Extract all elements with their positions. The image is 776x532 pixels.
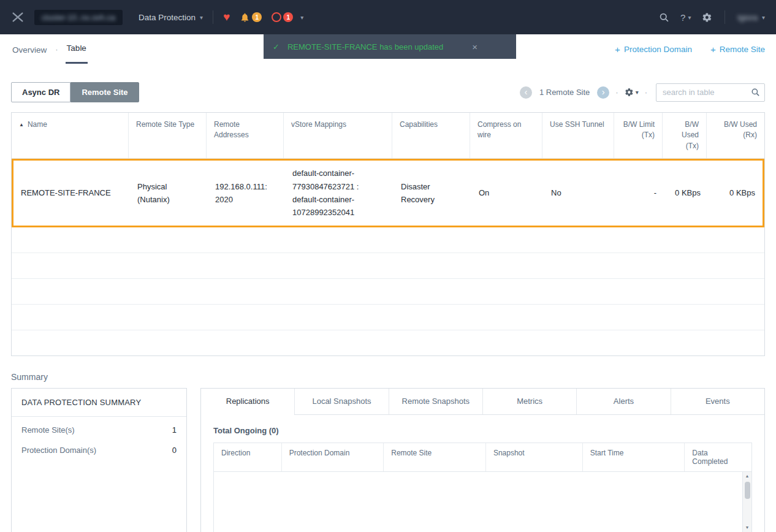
- cell-bw-limit-tx: -: [615, 180, 664, 205]
- cluster-name-label: cluster-10..nx.ovh.ca: [42, 13, 115, 22]
- empty-table-row: [12, 305, 764, 330]
- column-header-use-ssh-tunnel[interactable]: Use SSH Tunnel: [542, 113, 614, 158]
- tab-remote-snapshots[interactable]: Remote Snapshots: [389, 389, 482, 414]
- table-row-remote-site-france[interactable]: REMOTE-SITE-FRANCE Physical (Nutanix) 19…: [12, 159, 764, 227]
- column-label: B/W Limit (Tx): [622, 120, 655, 141]
- critical-alerts-button[interactable]: 1: [272, 12, 293, 22]
- search-icon[interactable]: [659, 12, 669, 23]
- data-protection-menu[interactable]: Data Protection ▾: [139, 13, 203, 22]
- tab-table[interactable]: Table: [66, 34, 88, 64]
- user-menu[interactable]: tgiora ▾: [737, 13, 765, 22]
- summary-value-protection-domains: 0: [172, 446, 177, 455]
- dot-separator: ·: [645, 88, 647, 97]
- table-search: [656, 83, 765, 102]
- column-header-bw-used-tx[interactable]: B/W Used (Tx): [662, 113, 706, 158]
- details-tabs: Replications Local Snapshots Remote Snap…: [201, 389, 764, 415]
- column-header-direction[interactable]: Direction: [214, 443, 281, 471]
- table-settings-menu[interactable]: ▾: [625, 88, 639, 97]
- ongoing-replications-table: Direction Protection Domain Remote Site …: [213, 443, 752, 532]
- settings-gear-icon[interactable]: [702, 12, 712, 23]
- close-icon[interactable]: ×: [472, 42, 477, 52]
- divider: [725, 10, 725, 24]
- critical-ring-icon: [272, 12, 281, 22]
- column-header-remote-site-type[interactable]: Remote Site Type: [128, 113, 206, 158]
- summary-section: DATA PROTECTION SUMMARY Remote Site(s) 1…: [11, 388, 765, 532]
- summary-label-remote-sites: Remote Site(s): [21, 425, 75, 435]
- empty-table-row: [12, 330, 764, 355]
- scrollbar-thumb[interactable]: [745, 482, 750, 499]
- next-page-button[interactable]: ›: [597, 86, 609, 99]
- vertical-scrollbar[interactable]: ▲ ▼: [742, 472, 751, 532]
- toast-message: REMOTE-SITE-FRANCE has been updated: [287, 42, 443, 51]
- ongoing-table-header: Direction Protection Domain Remote Site …: [214, 443, 751, 472]
- summary-label-protection-domains: Protection Domain(s): [21, 446, 96, 455]
- column-header-protection-domain[interactable]: Protection Domain: [281, 443, 384, 471]
- empty-table-row: [12, 227, 764, 253]
- table-search-input[interactable]: [656, 83, 765, 102]
- data-protection-label: Data Protection: [139, 13, 196, 22]
- column-header-start-time[interactable]: Start Time: [582, 443, 685, 471]
- chevron-down-icon: ▾: [762, 14, 765, 21]
- add-protection-domain-button[interactable]: + Protection Domain: [615, 44, 692, 55]
- remote-site-table: ▲ Name Remote Site Type Remote Addresses…: [11, 112, 765, 356]
- tab-alerts[interactable]: Alerts: [576, 389, 670, 414]
- cell-bw-used-tx: 0 KBps: [664, 180, 708, 205]
- top-nav-bar: cluster-10..nx.ovh.ca Data Protection ▾ …: [0, 0, 776, 34]
- column-header-name[interactable]: ▲ Name: [12, 113, 128, 158]
- column-label: Name: [28, 120, 47, 130]
- column-header-bw-limit-tx[interactable]: B/W Limit (Tx): [614, 113, 662, 158]
- divider: [213, 10, 213, 24]
- nutanix-logo[interactable]: [11, 10, 25, 24]
- cell-compress-on-wire: On: [471, 180, 544, 205]
- tab-overview[interactable]: Overview: [11, 34, 48, 64]
- plus-icon: +: [710, 44, 716, 55]
- column-label: B/W Used (Rx): [714, 120, 757, 141]
- replications-content: Total Ongoing (0) Direction Protection D…: [201, 415, 764, 532]
- gear-icon: [625, 88, 634, 97]
- tab-local-snapshots[interactable]: Local Snapshots: [294, 389, 388, 414]
- alerts-bell-button[interactable]: 1: [240, 12, 262, 23]
- column-header-vstore-mappings[interactable]: vStore Mappings: [283, 113, 392, 158]
- search-icon[interactable]: [751, 88, 760, 97]
- tab-replications[interactable]: Replications: [201, 389, 294, 414]
- scroll-up-button[interactable]: ▲: [743, 472, 751, 481]
- health-heart-icon[interactable]: ♥: [223, 10, 230, 24]
- column-label: B/W Used (Tx): [670, 120, 699, 151]
- summary-section-label: Summary: [11, 372, 765, 382]
- ongoing-table-body: ▲ ▼: [214, 472, 751, 532]
- details-panel: Replications Local Snapshots Remote Snap…: [200, 388, 765, 532]
- tab-metrics[interactable]: Metrics: [482, 389, 576, 414]
- table-header-row: ▲ Name Remote Site Type Remote Addresses…: [12, 113, 764, 159]
- sort-ascending-icon: ▲: [19, 121, 24, 129]
- notifications-chevron-icon[interactable]: ▾: [300, 14, 303, 21]
- add-remote-site-button[interactable]: + Remote Site: [710, 44, 765, 55]
- column-header-remote-addresses[interactable]: Remote Addresses: [206, 113, 283, 158]
- chevron-down-icon: ▾: [688, 14, 691, 21]
- summary-value-remote-sites: 1: [172, 425, 177, 435]
- column-header-bw-used-rx[interactable]: B/W Used (Rx): [706, 113, 764, 158]
- remote-site-button[interactable]: Remote Site: [70, 82, 139, 102]
- column-label: Use SSH Tunnel: [550, 120, 604, 130]
- column-label: Capabilities: [400, 120, 438, 130]
- column-header-compress-on-wire[interactable]: Compress on wire: [470, 113, 542, 158]
- column-header-remote-site[interactable]: Remote Site: [383, 443, 485, 471]
- cell-remote-addresses: 192.168.0.111: 2020: [208, 174, 285, 213]
- scroll-down-button[interactable]: ▼: [743, 523, 751, 532]
- help-menu[interactable]: ? ▾: [680, 12, 691, 23]
- secondary-nav: Overview · Table ✓ REMOTE-SITE-FRANCE ha…: [0, 34, 776, 64]
- data-protection-summary-card: DATA PROTECTION SUMMARY Remote Site(s) 1…: [11, 388, 187, 532]
- cluster-name-menu[interactable]: cluster-10..nx.ovh.ca: [34, 10, 123, 25]
- chevron-down-icon: ▾: [636, 89, 639, 96]
- column-header-data-completed[interactable]: Data Completed: [684, 443, 751, 471]
- column-header-capabilities[interactable]: Capabilities: [392, 113, 470, 158]
- column-label: Compress on wire: [477, 120, 534, 141]
- previous-page-button[interactable]: ‹: [520, 86, 532, 99]
- summary-card-title: DATA PROTECTION SUMMARY: [12, 389, 186, 417]
- tab-events[interactable]: Events: [671, 389, 764, 414]
- empty-table-row: [12, 253, 764, 279]
- notification-toast: ✓ REMOTE-SITE-FRANCE has been updated ×: [264, 34, 516, 59]
- plus-icon: +: [615, 44, 620, 55]
- column-header-snapshot[interactable]: Snapshot: [485, 443, 582, 471]
- critical-count-badge: 1: [283, 12, 293, 22]
- async-dr-button[interactable]: Async DR: [11, 82, 70, 102]
